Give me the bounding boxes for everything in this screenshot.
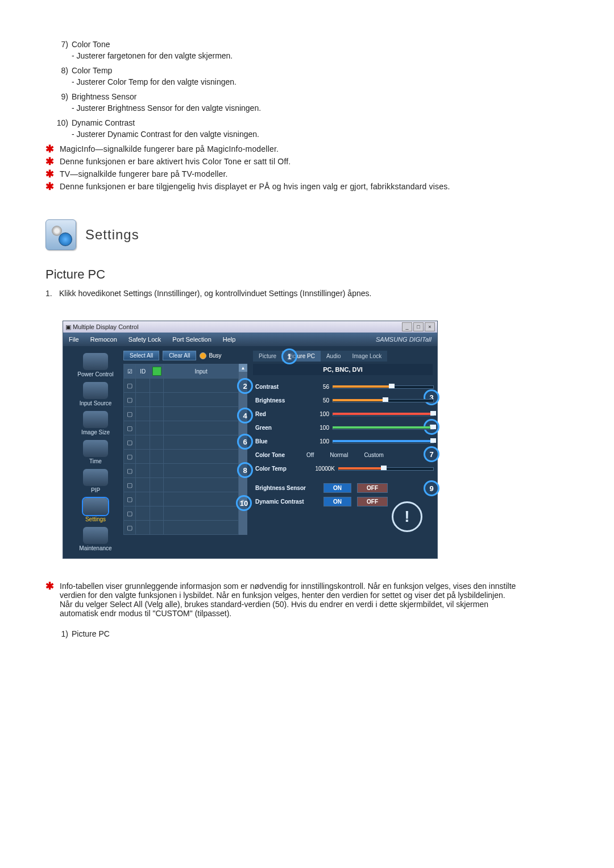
list-item-8: 8)Color Temp - Justerer Color Temp for d… xyxy=(45,66,517,86)
star-icon: ✱ xyxy=(45,144,54,153)
menu-file[interactable]: File xyxy=(63,336,85,343)
nav-maintenance[interactable]: Maintenance xyxy=(68,527,123,551)
nav-settings[interactable]: Settings xyxy=(68,498,123,522)
star-icon: ✱ xyxy=(45,582,54,591)
step-1: 1. Klikk hovedikonet Settings (Innstilli… xyxy=(45,289,517,298)
bsensor-on[interactable]: ON xyxy=(323,483,351,493)
tab-image-lock[interactable]: Image Lock xyxy=(347,351,388,362)
callout-1: 1 xyxy=(281,348,297,364)
footnote-text: Info-tabellen viser grunnleggende inform… xyxy=(60,582,517,618)
menu-remocon[interactable]: Remocon xyxy=(85,336,123,343)
callout-3: 3 xyxy=(424,389,439,405)
menu-bar: File Remocon Safety Lock Port Selection … xyxy=(63,333,437,346)
list-item-10: 10)Dynamic Contrast - Justerer Dynamic C… xyxy=(45,118,517,139)
table-row: ▢ xyxy=(124,393,239,407)
col-id: ID xyxy=(136,364,150,379)
star-note: ✱MagicInfo—signalkilde fungerer bare på … xyxy=(45,144,517,153)
window-title: Multiple Display Control xyxy=(73,323,139,330)
table-row: ▢ xyxy=(124,506,239,521)
slider-green: Green 100 xyxy=(253,421,433,434)
tab-picture[interactable]: Picture xyxy=(253,351,282,362)
item-title: Color Tone xyxy=(72,40,517,49)
star-note: ✱TV—signalkilde fungerer bare på TV-mode… xyxy=(45,169,517,178)
nav-pip[interactable]: PIP xyxy=(68,469,123,493)
star-note: ✱Denne funksjonen er bare aktivert hvis … xyxy=(45,157,517,166)
section-title: Settings xyxy=(85,227,139,243)
nav-power-control[interactable]: Power Control xyxy=(68,353,123,377)
table-row: ▢ xyxy=(124,379,239,393)
callout-8: 8 xyxy=(237,462,253,478)
table-row: ▢ xyxy=(124,521,239,535)
table-row: ▢ xyxy=(124,492,239,506)
tab-audio[interactable]: Audio xyxy=(321,351,347,362)
slider-brightness: Brightness 50 xyxy=(253,393,433,407)
table-row: ▢ xyxy=(124,478,239,492)
minimize-button[interactable]: _ xyxy=(402,322,412,331)
table-row: ▢ xyxy=(124,407,239,421)
scroll-up-icon[interactable]: ▲ xyxy=(239,364,247,372)
list-item-9: 9)Brightness Sensor - Justerer Brightnes… xyxy=(45,92,517,113)
brightness-sensor-row: Brightness Sensor ON OFF xyxy=(253,481,433,495)
list-item-bottom-1: 1) Picture PC xyxy=(45,629,517,638)
select-all-button[interactable]: Select All xyxy=(123,351,159,360)
callout-6: 6 xyxy=(237,434,253,450)
table-row: ▢ xyxy=(124,464,239,478)
footnote-row: ✱ Info-tabellen viser grunnleggende info… xyxy=(45,582,517,618)
busy-indicator: Busy xyxy=(200,352,221,359)
nav-image-size[interactable]: Image Size xyxy=(68,411,123,435)
nav-input-source[interactable]: Input Source xyxy=(68,382,123,406)
menu-safetylock[interactable]: Safety Lock xyxy=(123,336,167,343)
color-tone-normal[interactable]: Normal xyxy=(330,452,348,458)
menu-help[interactable]: Help xyxy=(217,336,242,343)
table-row: ▢ xyxy=(124,450,239,464)
color-tone-row: Color Tone Off Normal Custom xyxy=(253,448,433,462)
close-button[interactable]: × xyxy=(425,322,435,331)
dcontrast-on[interactable]: ON xyxy=(323,497,351,506)
brand-label: SAMSUNG DIGITall xyxy=(370,336,437,343)
callout-10: 10 xyxy=(236,495,252,511)
slider-contrast: Contrast 56 xyxy=(253,380,433,393)
color-tone-off[interactable]: Off xyxy=(306,452,314,458)
app-screenshot: ▣ Multiple Display Control _ □ × File Re… xyxy=(63,321,438,559)
color-temp-row: Color Temp 10000K xyxy=(253,462,433,475)
star-note: ✱Denne funksjonen er bare tilgjengelig h… xyxy=(45,182,517,191)
list-item-7: 7)Color Tone - Justerer fargetonen for d… xyxy=(45,40,517,60)
item-number: 7) xyxy=(45,40,72,49)
subsection-title: Picture PC xyxy=(45,267,517,282)
clear-all-button[interactable]: Clear All xyxy=(163,351,196,360)
app-icon: ▣ xyxy=(65,323,71,330)
warning-icon: ! xyxy=(392,501,422,532)
panel-title: PC, BNC, DVI xyxy=(253,364,433,375)
device-table: ☑ ID Input ▢ ▢ ▢ ▢ ▢ ▢ ▢ ▢ ▢ xyxy=(123,364,239,535)
item-sub: - Justerer fargetonen for den valgte skj… xyxy=(72,51,517,60)
callout-9: 9 xyxy=(424,480,439,496)
slider-blue: Blue 100 xyxy=(253,434,433,448)
left-nav: Power Control Input Source Image Size Ti… xyxy=(68,351,123,554)
star-icon: ✱ xyxy=(45,169,54,178)
section-header: Settings xyxy=(45,219,517,250)
window-titlebar: ▣ Multiple Display Control _ □ × xyxy=(63,321,437,333)
col-input: Input xyxy=(164,364,239,379)
settings-icon xyxy=(45,219,76,250)
callout-4: 4 xyxy=(237,408,253,423)
menu-portselection[interactable]: Port Selection xyxy=(167,336,217,343)
star-icon: ✱ xyxy=(45,182,54,191)
nav-time[interactable]: Time xyxy=(68,440,123,464)
restore-button[interactable]: □ xyxy=(413,322,424,331)
slider-red: Red 100 xyxy=(253,407,433,421)
settings-panel: 1 2 3 4 5 6 7 8 9 10 Picture Picture PC … xyxy=(253,351,433,554)
bsensor-off[interactable]: OFF xyxy=(357,483,388,493)
table-row: ▢ xyxy=(124,435,239,450)
callout-2: 2 xyxy=(237,378,253,394)
col-status xyxy=(150,364,164,379)
col-check[interactable]: ☑ xyxy=(124,364,136,379)
star-icon: ✱ xyxy=(45,157,54,166)
callout-7: 7 xyxy=(424,446,439,462)
tab-row: Picture Picture PC Audio Image Lock xyxy=(253,351,433,362)
device-list-panel: Select All Clear All Busy ☑ ID Input ▢ ▢ xyxy=(123,351,247,554)
dcontrast-off[interactable]: OFF xyxy=(357,497,388,506)
color-tone-custom[interactable]: Custom xyxy=(364,452,383,458)
table-row: ▢ xyxy=(124,421,239,435)
